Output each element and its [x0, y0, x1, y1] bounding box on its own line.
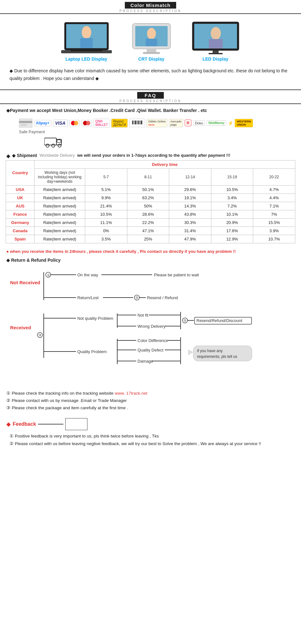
western-union-logo: WESTERNUNION: [235, 119, 253, 127]
note-2-num: ②: [6, 398, 10, 403]
rate-val-cell: 63.2%: [127, 194, 169, 202]
shipment-worldwide: Worldwide Delivery: [40, 153, 75, 158]
svg-rect-29: [141, 121, 142, 124]
led-label: LED Display: [202, 56, 228, 62]
feedback-diamond: ◆: [6, 421, 11, 428]
note-1: ① Please check the tracking info on the …: [6, 391, 295, 396]
note-3-num: ③: [6, 405, 10, 410]
rate-val-cell: 9.9%: [85, 194, 127, 202]
shipment-notice: we will send your orders in 1-7days acco…: [77, 153, 230, 158]
sub-8-11: 8-11: [127, 168, 169, 185]
yandex-logo: ЯндексДЕНЬГИ: [111, 119, 128, 128]
svg-rect-17: [213, 50, 219, 53]
svg-rect-4: [80, 38, 93, 48]
alipay-logo: Alipay+: [34, 120, 51, 126]
table-row: CanadaRate(item arrived)0%47.1%31.4%17.6…: [6, 227, 295, 235]
rate-val-cell: 28.6%: [127, 210, 169, 218]
rate-val-cell: 25%: [127, 235, 169, 243]
rate-val-cell: 5.1%: [85, 185, 127, 194]
truck-icon: [44, 136, 63, 148]
rate-val-cell: 50.1%: [127, 185, 169, 194]
svg-rect-16: [209, 39, 223, 49]
rate-val-cell: 12.9%: [211, 235, 253, 243]
note-1-text: Please check the tracking info on the tr…: [12, 391, 113, 396]
resend-refund-text: Resend / Refund: [147, 295, 178, 300]
svg-rect-24: [134, 121, 134, 124]
table-row: USARate(item arrived)5.1%50.1%29.6%10.5%…: [6, 185, 295, 194]
rate-val-cell: 17.6%: [211, 227, 253, 235]
note-3-text: Please check the package and item carefu…: [12, 405, 128, 410]
rate-val-cell: 29.6%: [169, 185, 211, 194]
shipment-bold: ◆ Shipment: [12, 153, 37, 158]
table-row: SpainRate(item arrived)3.5%25%47.9%12.9%…: [6, 235, 295, 243]
rate-val-cell: 50%: [127, 202, 169, 210]
rate-val-cell: 3.9%: [253, 227, 295, 235]
shipment-diamond: ◆: [6, 153, 10, 159]
rate-val-cell: 47.9%: [169, 235, 211, 243]
svg-rect-21: [21, 124, 27, 126]
svg-text:②: ②: [183, 319, 187, 322]
rate-label-cell: Rate(item arrived): [35, 202, 85, 210]
svg-rect-26: [137, 121, 138, 124]
rate-val-cell: 21.4%: [85, 202, 127, 210]
rate-val-cell: 43.8%: [169, 210, 211, 218]
faq-title: FAQ: [137, 92, 164, 99]
sub-5-7: 5-7: [85, 168, 127, 185]
header-title: Color Mismatch: [125, 2, 176, 9]
rate-label-cell: Rate(item arrived): [35, 185, 85, 194]
display-led: LED Display: [191, 21, 240, 62]
feedback-item-2: ② Please contact with us before leaving …: [10, 441, 295, 446]
sub-15-19: 15-19: [211, 168, 253, 185]
rate-val-cell: 3.5%: [85, 235, 127, 243]
not-fit-text: Not fit: [138, 313, 148, 318]
rate-val-cell: 19.1%: [169, 194, 211, 202]
color-diff-text: Color Diifference: [138, 338, 168, 343]
credit-card-icon: [19, 119, 32, 128]
mastercard-logo: [69, 120, 80, 126]
rate-val-cell: 10.1%: [211, 210, 253, 218]
feedback-box: [65, 418, 87, 430]
rate-val-cell: 14.3%: [169, 202, 211, 210]
rate-val-cell: 0%: [85, 227, 127, 235]
safe-payment-row: Safe Payment: [6, 129, 295, 134]
laptop-display-icon: [61, 20, 112, 55]
display-laptop: Laptop LED Display: [61, 20, 112, 62]
rate-val-cell: 11.1%: [85, 218, 127, 227]
svg-rect-6: [71, 50, 102, 51]
faq-subtitle: PROCESS DESCRIPTION: [0, 99, 301, 103]
delivery-table: Country Delivery time Working days (not …: [6, 160, 295, 243]
qiwi-logo: QIWIWALLET: [93, 119, 110, 128]
note-2-text: Please contact with us by message .Email…: [12, 398, 127, 403]
tooltip-line1: if you have any: [197, 349, 223, 353]
rate-val-cell: 4.4%: [253, 194, 295, 202]
svg-point-9: [147, 28, 156, 39]
rate-label-cell: Rate(item arrived): [35, 218, 85, 227]
rate-val-cell: 15.5%: [253, 218, 295, 227]
policy-svg: Not Received ① On the way Please be pati…: [10, 266, 295, 383]
rate-val-cell: 4.7%: [253, 185, 295, 194]
feedback-item-1: ① Positive feedback is very important to…: [10, 433, 295, 438]
sub-working: Working days (not including holiday) wor…: [35, 168, 85, 185]
feedback-title: Feedback: [13, 421, 36, 427]
country-cell: USA: [6, 185, 35, 194]
rate-val-cell: 7.1%: [253, 202, 295, 210]
tracking-link[interactable]: www. 17track.net: [115, 391, 147, 396]
resend-refund-discount: Resend/Refund/Discount: [196, 318, 242, 323]
faq-banner: FAQ PROCESS DESCRIPTION: [0, 89, 301, 104]
led-display-icon: [191, 21, 240, 55]
svg-point-3: [82, 26, 91, 39]
svg-point-15: [211, 27, 221, 40]
svg-point-33: [46, 144, 49, 147]
quality-defect-text: Quality Defect: [138, 348, 163, 352]
note-3: ③ Please check the package and item care…: [6, 405, 295, 410]
note-2: ② Please contact with us by message .Ema…: [6, 398, 295, 403]
feedback-header-row: ◆ Feedback: [6, 418, 295, 430]
received-label: Received: [10, 325, 31, 330]
table-row: AUSRate(item arrived)21.4%50%14.3%7.2%7.…: [6, 202, 295, 210]
damage-text: Damage: [138, 359, 153, 364]
mercado-logo: mercadopago: [169, 119, 183, 127]
svg-rect-20: [19, 121, 32, 123]
r-logo: R: [185, 120, 191, 126]
table-row: GermanyRate(item arrived)11.1%22.2%30.3%…: [6, 218, 295, 227]
rate-label-cell: Rate(item arrived): [35, 235, 85, 243]
